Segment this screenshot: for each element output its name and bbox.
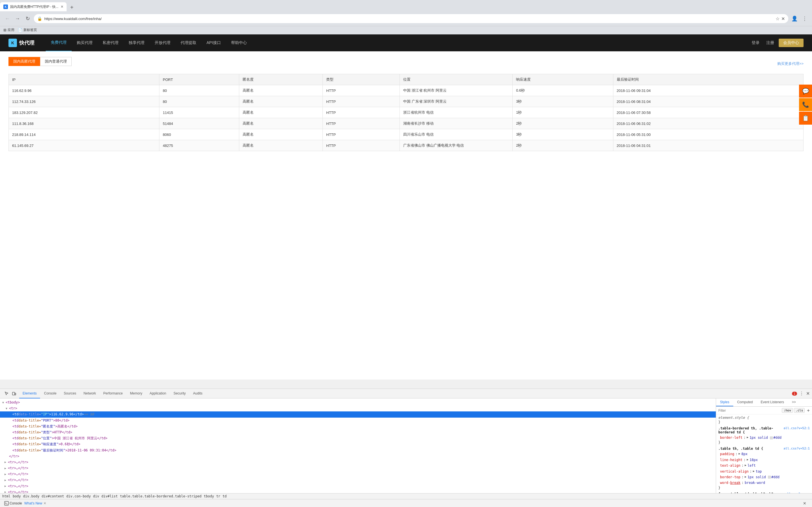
- new-tab-label: 新标签页: [23, 27, 37, 33]
- address-bar: ← → ↻ 🔒 https://www.kuaidaili.com/free/i…: [0, 11, 812, 26]
- nav-help[interactable]: 帮助中心: [226, 35, 252, 51]
- login-button[interactable]: 登录: [749, 39, 762, 47]
- buy-more-link[interactable]: 购买更多代理>>: [777, 61, 804, 66]
- table-cell: HTTP: [323, 118, 400, 129]
- table-row: 183.129.207.8211415高匿名HTTP浙江省杭州市 电信1秒201…: [9, 107, 804, 118]
- table-cell: 11415: [159, 107, 239, 118]
- table-cell: 8060: [159, 129, 239, 140]
- nav-right: 登录 注册 会员中心: [749, 39, 804, 47]
- table-row: 112.74.33.12680高匿名HTTP中国 广东省 深圳市 阿里云3秒20…: [9, 96, 804, 107]
- table-header-row: IP PORT 匿名度 类型 位置 响应速度 最后验证时间: [9, 74, 804, 85]
- table-cell: 高匿名: [239, 140, 323, 151]
- col-type: 类型: [323, 74, 400, 85]
- register-button[interactable]: 注册: [764, 39, 776, 47]
- phone-float-btn[interactable]: 📞: [799, 98, 812, 111]
- tabs-row: 国内高匿代理 国内普通代理 购买更多代理>>: [8, 57, 804, 70]
- table-cell: HTTP: [323, 96, 400, 107]
- normal-proxy-tab[interactable]: 国内普通代理: [40, 57, 72, 66]
- table-head: IP PORT 匿名度 类型 位置 响应速度 最后验证时间: [9, 74, 804, 85]
- table-cell: 高匿名: [239, 118, 323, 129]
- lock-icon: 🔒: [37, 16, 42, 21]
- table-cell: 湖南省长沙市 移动: [400, 118, 512, 129]
- url-actions: ☆ ✕: [775, 16, 785, 21]
- table-cell: 112.74.33.126: [9, 96, 159, 107]
- col-ip: IP: [9, 74, 159, 85]
- new-tab-bookmark[interactable]: 📄 新标签页: [18, 27, 37, 33]
- table-cell: 48275: [159, 140, 239, 151]
- table-cell: 116.62.9.96: [9, 85, 159, 96]
- url-bar[interactable]: 🔒 https://www.kuaidaili.com/free/inha/ ☆…: [34, 14, 788, 23]
- x-icon[interactable]: ✕: [781, 16, 785, 21]
- qq-float-btn[interactable]: 💬: [799, 84, 812, 98]
- back-button[interactable]: ←: [3, 15, 11, 22]
- table-cell: 2018-11-06 05:31:00: [613, 129, 803, 140]
- proxy-table: IP PORT 匿名度 类型 位置 响应速度 最后验证时间 116.62.9.9…: [8, 74, 804, 151]
- table-row: 218.89.14.1148060高匿名HTTP四川省乐山市 电信3秒2018-…: [9, 129, 804, 140]
- col-anon: 匿名度: [239, 74, 323, 85]
- col-location: 位置: [400, 74, 512, 85]
- table-cell: 183.129.207.82: [9, 107, 159, 118]
- logo-icon: K: [8, 39, 17, 47]
- table-cell: 2018-11-06 07:30:58: [613, 107, 803, 118]
- nav-api[interactable]: API接口: [202, 35, 226, 51]
- tab-favicon: K: [3, 4, 8, 9]
- page-icon: 📄: [18, 28, 22, 32]
- doc-float-btn[interactable]: 📋: [799, 112, 812, 125]
- table-row: 111.8.36.16851484高匿名HTTP湖南省长沙市 移动2秒2018-…: [9, 118, 804, 129]
- table-cell: 高匿名: [239, 129, 323, 140]
- table-cell: 61.145.69.27: [9, 140, 159, 151]
- high-anon-tab[interactable]: 国内高匿代理: [8, 57, 40, 66]
- profile-button[interactable]: 👤: [791, 15, 799, 22]
- nav-open-proxy[interactable]: 开放代理: [150, 35, 175, 51]
- table-cell: HTTP: [323, 85, 400, 96]
- table-cell: HTTP: [323, 140, 400, 151]
- refresh-button[interactable]: ↻: [24, 15, 32, 22]
- site-logo[interactable]: K 快代理: [8, 39, 35, 47]
- table-cell: 80: [159, 85, 239, 96]
- nav-buy-proxy[interactable]: 购买代理: [72, 35, 98, 51]
- browser-chrome: K 国内高匿免费HTTP代理IP - 快... × + ← → ↻ 🔒 http…: [0, 0, 812, 35]
- tab-title: 国内高匿免费HTTP代理IP - 快...: [10, 4, 58, 9]
- table-cell: 高匿名: [239, 96, 323, 107]
- nav-exclusive-proxy[interactable]: 独享代理: [123, 35, 150, 51]
- table-cell: HTTP: [323, 129, 400, 140]
- tab-close-button[interactable]: ×: [61, 4, 63, 9]
- table-cell: 0.6秒: [512, 85, 613, 96]
- tab-bar: K 国内高匿免费HTTP代理IP - 快... × +: [0, 0, 812, 11]
- table-cell: 广东省佛山市 佛山广播电视大学 电信: [400, 140, 512, 151]
- vip-button[interactable]: 会员中心: [779, 39, 804, 47]
- table-cell: 中国 广东省 深圳市 阿里云: [400, 96, 512, 107]
- bookmarks-bar: ⊞ 应用 📄 新标签页: [0, 26, 812, 35]
- nav-private-proxy[interactable]: 私密代理: [98, 35, 123, 51]
- nav-free-proxy[interactable]: 免费代理: [46, 35, 72, 51]
- table-body: 116.62.9.9680高匿名HTTP中国 浙江省 杭州市 阿里云0.6秒20…: [9, 85, 804, 151]
- forward-button[interactable]: →: [13, 15, 21, 22]
- table-cell: 2秒: [512, 118, 613, 129]
- table-cell: 高匿名: [239, 107, 323, 118]
- table-cell: 高匿名: [239, 85, 323, 96]
- new-tab-button[interactable]: +: [68, 3, 75, 11]
- active-tab[interactable]: K 国内高匿免费HTTP代理IP - 快... ×: [0, 2, 67, 11]
- table-cell: 51484: [159, 118, 239, 129]
- table-cell: 3秒: [512, 129, 613, 140]
- menu-button[interactable]: ⋮: [801, 15, 809, 22]
- float-buttons: 💬 📞 📋: [799, 84, 812, 125]
- table-cell: 3秒: [512, 96, 613, 107]
- col-speed: 响应速度: [512, 74, 613, 85]
- apps-label: 应用: [8, 27, 14, 33]
- table-cell: 四川省乐山市 电信: [400, 129, 512, 140]
- table-cell: 111.8.36.168: [9, 118, 159, 129]
- proxy-type-tabs: 国内高匿代理 国内普通代理: [8, 57, 72, 66]
- table-cell: 2018-11-06 06:31:02: [613, 118, 803, 129]
- nav-extract-proxy[interactable]: 代理提取: [175, 35, 202, 51]
- main-content: 国内高匿代理 国内普通代理 购买更多代理>> IP PORT 匿名度 类型 位置…: [0, 51, 812, 157]
- table-cell: 中国 浙江省 杭州市 阿里云: [400, 85, 512, 96]
- site-name: 快代理: [19, 40, 35, 46]
- bookmark-icon[interactable]: ☆: [775, 16, 779, 21]
- table-row: 61.145.69.2748275高匿名HTTP广东省佛山市 佛山广播电视大学 …: [9, 140, 804, 151]
- apps-bookmark[interactable]: ⊞ 应用: [3, 27, 14, 33]
- table-cell: 2018-11-06 09:31:04: [613, 85, 803, 96]
- table-cell: 218.89.14.114: [9, 129, 159, 140]
- table-cell: 2018-11-06 04:31:01: [613, 140, 803, 151]
- col-verify: 最后验证时间: [613, 74, 803, 85]
